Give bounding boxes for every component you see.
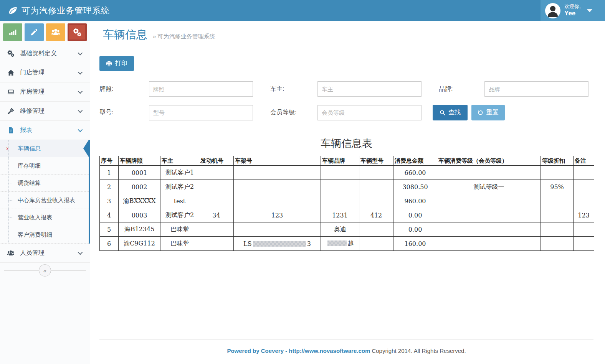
sidebar-collapse-button[interactable]: « (39, 264, 51, 277)
sidebar-item-label: 报表 (20, 126, 78, 134)
submenu-item-active[interactable]: 车辆信息 (0, 140, 89, 157)
table-cell (359, 222, 393, 237)
model-label: 型号: (99, 109, 149, 117)
sidebar-item-repair[interactable]: 维修管理 (0, 102, 90, 121)
table-cell: 4 (100, 208, 119, 222)
sidebar-item-stores[interactable]: 门店管理 (0, 63, 90, 82)
search-label: 查找 (448, 109, 461, 117)
sidebar-item-label: 人员管理 (20, 249, 78, 257)
settings-button[interactable] (68, 23, 87, 41)
table-cell: 412 (359, 208, 393, 222)
table-row: 40003测试客户23412312314120.00123 (100, 208, 594, 222)
submenu-item-link[interactable]: 客户消费明细 (0, 226, 89, 244)
column-header: 等级折扣 (541, 156, 574, 166)
table-cell (541, 194, 574, 208)
content-header: 车辆信息 » 可为汽修业务管理系统 (90, 21, 605, 46)
model-input[interactable] (149, 105, 253, 120)
submenu-item-label: 车辆信息 (18, 145, 41, 152)
report-submenu: 车辆信息库存明细调货结算中心库房营业收入报表营业收入报表客户消费明细 (0, 140, 90, 244)
submenu-item-link[interactable]: 营业收入报表 (0, 209, 89, 226)
bar-chart-button[interactable] (3, 23, 22, 41)
table-cell (574, 222, 594, 237)
table-cell: 测试等级一 (437, 180, 541, 194)
submenu-item-link[interactable]: 调货结算 (0, 175, 89, 192)
table-cell (234, 166, 321, 180)
cogs-icon (73, 28, 81, 36)
report-section: 车辆信息表 序号车辆牌照车主发动机号车架号车辆品牌车辆型号消费总金额车辆消费等级… (99, 137, 593, 251)
table-cell: 660.00 (393, 166, 437, 180)
brand-input[interactable] (484, 81, 588, 97)
active-item-wedge (83, 140, 89, 157)
gavel-icon (7, 107, 15, 115)
sidebar: 基础资料定义 门店管理 库房管理 维修管理 报表 车辆信息库存明细调货结算中心库… (0, 21, 90, 364)
table-cell: 渝BXXXXX (119, 194, 160, 208)
table-cell (359, 194, 393, 208)
table-cell (437, 166, 541, 180)
breadcrumb-text: 可为汽修业务管理系统 (158, 33, 215, 40)
print-button[interactable]: 打印 (99, 56, 134, 71)
table-cell (574, 237, 594, 251)
table-cell (199, 166, 234, 180)
plate-input[interactable] (149, 81, 253, 97)
copyright-text: Copyright 2014. All Rights Reserved. (370, 348, 466, 354)
reset-button[interactable]: 重置 (471, 105, 505, 120)
breadcrumb: » 可为汽修业务管理系统 (153, 33, 215, 40)
table-cell: 海B12345 (119, 222, 160, 237)
column-header: 车主 (160, 156, 199, 166)
table-cell: 0.00 (393, 208, 437, 222)
chevron-down-icon (587, 9, 592, 12)
table-cell: 6 (100, 237, 119, 251)
users-button[interactable] (46, 23, 65, 41)
column-header: 车辆型号 (359, 156, 393, 166)
avatar (545, 3, 560, 18)
tree-dash-icon (8, 166, 17, 166)
collapse-icon: « (43, 267, 46, 274)
table-cell: 95% (541, 180, 574, 194)
sidebar-item-personnel[interactable]: 人员管理 (0, 244, 90, 263)
chevron-down-icon (78, 250, 83, 255)
column-header: 备注 (574, 156, 594, 166)
table-cell: 测试客户2 (160, 180, 199, 194)
table-cell: 测试客户2 (160, 208, 199, 222)
table-cell: 160.00 (393, 237, 437, 251)
table-cell: 0003 (119, 208, 160, 222)
powered-by-link[interactable]: Powered by Coevery - http://www.novasoft… (227, 348, 370, 354)
table-cell: 34 (199, 208, 234, 222)
member-level-input[interactable] (317, 105, 422, 120)
edit-button[interactable] (25, 23, 44, 41)
table-cell: 123 (234, 208, 321, 222)
table-cell (321, 194, 359, 208)
table-cell (321, 166, 359, 180)
brand: 可为汽修业务管理系统 (0, 5, 110, 16)
table-cell (199, 237, 234, 251)
tree-dash-icon (8, 217, 17, 218)
chevron-down-icon (78, 127, 83, 132)
sidebar-item-label: 门店管理 (20, 69, 78, 77)
table-cell: 0.00 (393, 222, 437, 237)
user-menu[interactable]: 欢迎你, Yee (541, 0, 605, 21)
redacted-blur (253, 241, 306, 247)
table-cell (437, 237, 541, 251)
bar-chart-icon (8, 28, 17, 36)
table-cell (541, 208, 574, 222)
table-cell: 渝C9G112 (119, 237, 160, 251)
submenu-item-label: 中心库房营业收入报表 (18, 197, 75, 204)
file-icon (7, 127, 15, 134)
column-header: 车辆牌照 (119, 156, 160, 166)
search-button[interactable]: 查找 (433, 105, 468, 120)
chevron-down-icon (78, 51, 83, 56)
sidebar-collapse-row: « (0, 264, 90, 277)
owner-input[interactable] (317, 81, 422, 97)
users-icon (7, 249, 15, 257)
sidebar-item-warehouse[interactable]: 库房管理 (0, 82, 90, 102)
table-cell: 3 (100, 194, 119, 208)
brand-label: 品牌: (439, 85, 484, 93)
submenu-item-link[interactable]: 库存明细 (0, 157, 89, 175)
sidebar-item-basic-data[interactable]: 基础资料定义 (0, 44, 90, 63)
table-cell (199, 180, 234, 194)
app-title: 可为汽修业务管理系统 (21, 5, 110, 16)
sidebar-item-reports[interactable]: 报表 (0, 121, 90, 140)
table-cell (359, 166, 393, 180)
submenu-item-link[interactable]: 中心库房营业收入报表 (0, 192, 89, 209)
active-arrow-icon (8, 145, 17, 152)
